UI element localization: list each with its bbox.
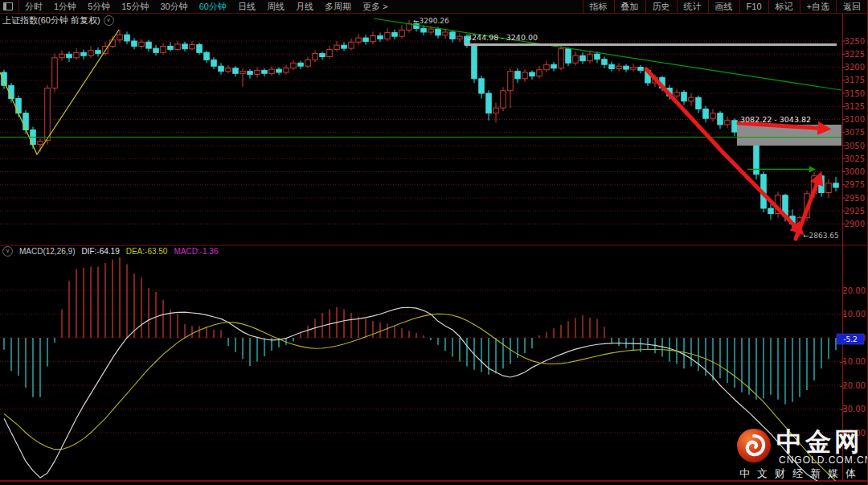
collapse-pane-icon[interactable]: [104, 15, 114, 26]
collapse-macd-icon[interactable]: [2, 246, 13, 257]
svg-text:3100: 3100: [845, 115, 865, 124]
svg-text:2900: 2900: [845, 220, 865, 228]
svg-text:-10.00: -10.00: [840, 357, 866, 366]
svg-text:←3290.26: ←3290.26: [413, 17, 449, 25]
svg-text:2950: 2950: [845, 194, 865, 203]
svg-text:-20.00: -20.00: [840, 381, 866, 390]
macd-lines: [4, 307, 836, 485]
svg-text:3050: 3050: [845, 142, 865, 150]
svg-text:2975: 2975: [845, 180, 865, 189]
candlesticks[interactable]: [2, 20, 839, 237]
cngold-logo-icon: [736, 428, 772, 463]
svg-text:2925: 2925: [845, 207, 865, 216]
svg-text:10.00: 10.00: [842, 310, 866, 319]
watermark-tagline: 中文财经新媒体: [739, 467, 863, 481]
macd-macd-value: MACD:-1.36: [174, 247, 218, 256]
macd-pane-header: MACD(12,26,9) DIF:-64.19 DEA:-63.50 MACD…: [2, 246, 218, 257]
chart-canvas[interactable]: 3250322532003175315031253100307530503025…: [0, 0, 868, 485]
svg-text:3250: 3250: [845, 37, 865, 46]
svg-text:3175: 3175: [845, 76, 865, 84]
dif-line: [4, 307, 836, 485]
svg-text:3082.22 - 3043.82: 3082.22 - 3043.82: [740, 115, 811, 124]
svg-text:3225: 3225: [845, 50, 865, 59]
svg-text:-30.00: -30.00: [840, 405, 866, 413]
cngold-watermark: 中金网 CNGOLD.COM.CN 中文财经新媒体: [720, 421, 868, 484]
drawing-annotations[interactable]: [0, 18, 841, 239]
macd-histogram: [4, 257, 836, 405]
svg-text:-5.2: -5.2: [843, 335, 858, 343]
svg-text:3244.98 - 3240.00: 3244.98 - 3240.00: [467, 33, 538, 42]
svg-text:3000: 3000: [845, 167, 865, 176]
watermark-site: CNGOLD.COM.CN: [779, 454, 868, 466]
macd-grid: 20.0010.000.00-10.00-20.00-30.00-40.00: [0, 286, 866, 438]
macd-dea-value: DEA:-63.50: [126, 247, 168, 256]
svg-text:20.00: 20.00: [842, 286, 866, 295]
price-pane-header: 上证指数(60分钟 前复权): [2, 14, 114, 27]
macd-value-tag: -5.2: [837, 334, 864, 344]
dea-line: [4, 314, 836, 481]
price-grid: 3250322532003175315031253100307530503025…: [0, 37, 865, 229]
svg-text:←2863.65: ←2863.65: [803, 232, 839, 240]
trading-app-window: 分时1分钟5分钟15分钟30分钟60分钟日线周线月线多周期更多 > 指标叠加历史…: [0, 0, 868, 485]
macd-dif-value: DIF:-64.19: [81, 247, 119, 256]
macd-indicator-label: MACD(12,26,9): [19, 247, 75, 256]
instrument-title: 上证指数(60分钟 前复权): [2, 14, 100, 27]
svg-text:3150: 3150: [845, 89, 865, 98]
svg-text:3200: 3200: [845, 63, 865, 72]
svg-text:3025: 3025: [845, 154, 865, 163]
svg-text:3075: 3075: [845, 128, 865, 137]
svg-text:3125: 3125: [845, 102, 865, 111]
